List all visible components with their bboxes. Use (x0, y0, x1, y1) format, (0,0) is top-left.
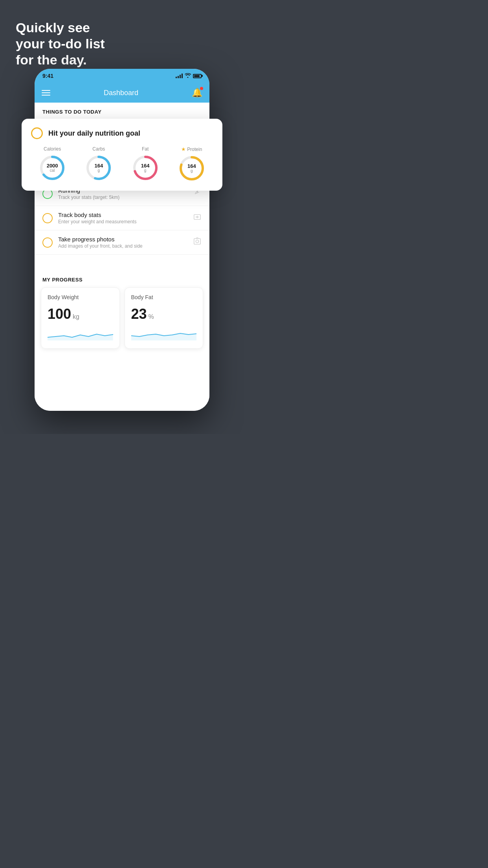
body-fat-card: Body Fat 23 % (125, 287, 204, 349)
body-weight-title: Body Weight (48, 294, 113, 300)
nutrition-calories: Calories 2000 cal (39, 146, 66, 182)
card-header: Hit your daily nutrition goal (31, 127, 213, 139)
body-weight-value: 100 kg (48, 306, 113, 322)
progress-section: MY PROGRESS Body Weight 100 kg Body Fat (35, 267, 209, 357)
protein-value: 164 (187, 164, 196, 169)
calories-label: Calories (44, 146, 61, 152)
body-fat-number: 23 (131, 306, 147, 322)
calories-unit: cal (47, 169, 58, 173)
protein-donut: 164 g (178, 154, 205, 182)
todo-sub-running: Track your stats (target: 5km) (58, 195, 187, 200)
todo-name-body-stats: Track body stats (58, 211, 187, 218)
nutrition-grid: Calories 2000 cal Carbs (31, 146, 213, 182)
todo-sub-photos: Add images of your front, back, and side (58, 243, 187, 249)
svg-rect-1 (194, 239, 201, 245)
nav-bar: Dashboard 🔔 (35, 83, 209, 103)
notification-bell[interactable]: 🔔 (192, 88, 202, 98)
status-icons (176, 73, 202, 79)
fat-donut: 164 g (132, 154, 159, 182)
status-bar: 9:41 (35, 69, 209, 83)
todo-item-progress-photos[interactable]: Take progress photos Add images of your … (35, 230, 209, 255)
fat-unit: g (141, 169, 150, 173)
body-weight-sparkline (48, 329, 113, 340)
notification-dot (200, 87, 203, 90)
progress-cards: Body Weight 100 kg Body Fat 23 % (35, 287, 209, 357)
battery-icon (193, 74, 202, 78)
wifi-icon (185, 73, 191, 79)
nutrition-fat: Fat 164 g (132, 146, 159, 182)
todo-list: Running Track your stats (target: 5km) T… (35, 182, 209, 255)
carbs-unit: g (95, 169, 103, 173)
signal-icon (176, 74, 183, 78)
nav-title: Dashboard (104, 89, 138, 97)
fat-value: 164 (141, 163, 150, 169)
body-weight-card: Body Weight 100 kg (41, 287, 120, 349)
carbs-value: 164 (95, 163, 103, 169)
progress-section-title: MY PROGRESS (35, 270, 209, 287)
protein-label: ★ Protein (181, 146, 202, 152)
status-time: 9:41 (42, 73, 53, 79)
body-fat-sparkline (131, 329, 197, 340)
svg-point-2 (196, 240, 198, 243)
photo-icon (193, 237, 202, 248)
things-section-title: THINGS TO DO TODAY (35, 103, 209, 119)
todo-item-body-stats[interactable]: Track body stats Enter your weight and m… (35, 206, 209, 230)
body-fat-value: 23 % (131, 306, 197, 322)
body-weight-unit: kg (73, 313, 79, 320)
card-title: Hit your daily nutrition goal (48, 129, 140, 138)
nutrition-protein: ★ Protein 164 g (178, 146, 205, 182)
calories-value: 2000 (47, 163, 58, 169)
todo-circle-body-stats (42, 213, 53, 223)
body-weight-number: 100 (48, 306, 71, 322)
todo-sub-body-stats: Enter your weight and measurements (58, 219, 187, 224)
body-fat-title: Body Fat (131, 294, 197, 300)
body-fat-unit: % (149, 313, 154, 320)
nutrition-card: Hit your daily nutrition goal Calories 2… (22, 119, 222, 191)
carbs-donut: 164 g (85, 154, 112, 182)
star-icon: ★ (181, 146, 186, 152)
fat-label: Fat (142, 146, 149, 152)
carbs-label: Carbs (92, 146, 105, 152)
todo-name-photos: Take progress photos (58, 236, 187, 243)
scale-icon (193, 213, 202, 223)
card-check-circle (31, 127, 43, 139)
protein-unit: g (187, 169, 196, 173)
hero-text: Quickly see your to-do list for the day. (16, 20, 105, 68)
calories-donut: 2000 cal (39, 154, 66, 182)
nutrition-carbs: Carbs 164 g (85, 146, 112, 182)
todo-circle-photos (42, 237, 53, 248)
hamburger-menu[interactable] (42, 90, 50, 96)
